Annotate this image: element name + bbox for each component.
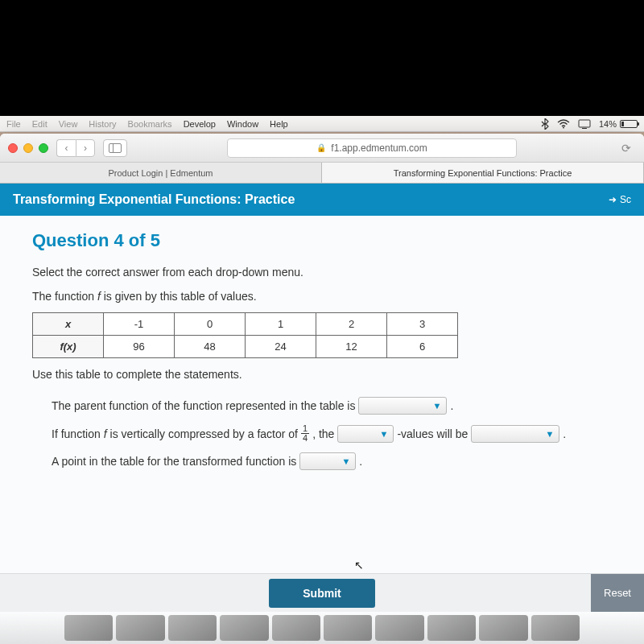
- url-text: f1.app.edmentum.com: [331, 142, 427, 154]
- statement-3: A point in the table for the transformed…: [52, 452, 612, 470]
- tab-strip: Product Login | Edmentum Transforming Ex…: [0, 163, 644, 184]
- cell-x-4: 3: [387, 313, 458, 336]
- row-header-x: x: [33, 313, 104, 336]
- menu-edit[interactable]: Edit: [32, 119, 47, 129]
- mac-dock: [0, 612, 644, 644]
- dock-app-icon[interactable]: [272, 615, 320, 641]
- dock-app-icon[interactable]: [479, 615, 527, 641]
- dock-app-icon[interactable]: [220, 615, 268, 641]
- score-link[interactable]: ➜ Sc: [609, 194, 631, 205]
- menu-develop[interactable]: Develop: [184, 119, 216, 129]
- menu-window[interactable]: Window: [227, 119, 258, 129]
- dock-app-icon[interactable]: [116, 615, 164, 641]
- cell-x-0: -1: [104, 313, 175, 336]
- battery-status[interactable]: 14%: [599, 119, 638, 129]
- submit-button[interactable]: Submit: [269, 579, 374, 608]
- close-window-button[interactable]: [8, 143, 18, 153]
- function-prompt: The function f is given by this table of…: [32, 290, 612, 303]
- lesson-banner: Transforming Exponential Functions: Prac…: [0, 184, 644, 216]
- table-row-fx: f(x) 96 48 24 12 6: [33, 336, 458, 358]
- question-footer: Submit Reset ↖: [0, 573, 644, 612]
- window-controls: [8, 143, 48, 153]
- svg-point-0: [563, 126, 564, 128]
- reset-button[interactable]: Reset: [591, 574, 644, 612]
- browser-toolbar: ‹ › 🔒 f1.app.edmentum.com ⟳: [0, 134, 644, 163]
- svg-rect-1: [579, 120, 590, 127]
- sidebar-toggle-button[interactable]: [103, 139, 127, 157]
- dropdown-values-type[interactable]: ▼: [337, 425, 394, 443]
- cell-x-2: 1: [246, 313, 316, 336]
- minimize-window-button[interactable]: [23, 143, 33, 153]
- dock-app-icon[interactable]: [64, 615, 113, 641]
- cell-x-1: 0: [175, 313, 246, 336]
- dock-app-icon[interactable]: [531, 615, 580, 641]
- lesson-title: Transforming Exponential Functions: Prac…: [13, 192, 295, 207]
- row-header-fx: f(x): [33, 336, 104, 358]
- question-instruction: Select the correct answer from each drop…: [32, 266, 612, 279]
- desktop-screen: File Edit View History Bookmarks Develop…: [0, 116, 644, 644]
- display-icon[interactable]: [578, 119, 591, 129]
- statement-1: The parent function of the function repr…: [52, 397, 612, 415]
- mouse-cursor-icon: ↖: [354, 559, 364, 572]
- table-row-x: x -1 0 1 2 3: [33, 313, 458, 336]
- dock-app-icon[interactable]: [168, 615, 217, 641]
- tab-transforming-exponential[interactable]: Transforming Exponential Functions: Prac…: [322, 163, 644, 183]
- dropdown-point[interactable]: ▼: [299, 452, 356, 470]
- dock-app-icon[interactable]: [427, 615, 476, 641]
- reload-button[interactable]: ⟳: [617, 139, 636, 157]
- dropdown-parent-function[interactable]: ▼: [358, 397, 447, 415]
- lock-icon: 🔒: [316, 143, 326, 152]
- cell-x-3: 2: [316, 313, 387, 336]
- question-content: Question 4 of 5 Select the correct answe…: [0, 216, 644, 644]
- battery-percent: 14%: [599, 119, 617, 129]
- wifi-icon[interactable]: [557, 119, 570, 129]
- browser-window: ‹ › 🔒 f1.app.edmentum.com ⟳ Product Logi…: [0, 134, 644, 644]
- menu-history[interactable]: History: [89, 119, 116, 129]
- dropdown-values-result[interactable]: ▼: [471, 425, 559, 443]
- dock-app-icon[interactable]: [324, 615, 372, 641]
- cell-fx-3: 12: [316, 336, 387, 358]
- cell-fx-1: 48: [175, 336, 246, 358]
- back-button[interactable]: ‹: [56, 139, 76, 157]
- menu-bookmarks[interactable]: Bookmarks: [128, 119, 172, 129]
- menu-help[interactable]: Help: [270, 119, 288, 129]
- bluetooth-icon[interactable]: [541, 118, 549, 130]
- complete-statement: Use this table to complete the statement…: [32, 368, 612, 381]
- cell-fx-0: 96: [104, 336, 175, 358]
- dock-app-icon[interactable]: [375, 615, 423, 641]
- statement-2: If function f is vertically compressed b…: [52, 424, 612, 443]
- menu-view[interactable]: View: [59, 119, 78, 129]
- mac-menubar: File Edit View History Bookmarks Develop…: [0, 116, 644, 132]
- maximize-window-button[interactable]: [39, 143, 48, 153]
- svg-rect-3: [109, 143, 122, 152]
- fraction-one-fourth: 1 4: [301, 424, 309, 443]
- cell-fx-2: 24: [246, 336, 316, 358]
- tab-product-login[interactable]: Product Login | Edmentum: [0, 163, 322, 183]
- forward-button[interactable]: ›: [76, 139, 95, 157]
- question-heading: Question 4 of 5: [32, 230, 612, 251]
- values-table: x -1 0 1 2 3 f(x) 96 48 24 12 6: [32, 312, 458, 358]
- cell-fx-4: 6: [387, 336, 458, 358]
- menu-file[interactable]: File: [6, 119, 21, 129]
- address-bar[interactable]: 🔒 f1.app.edmentum.com: [227, 138, 517, 158]
- battery-icon: [620, 120, 638, 128]
